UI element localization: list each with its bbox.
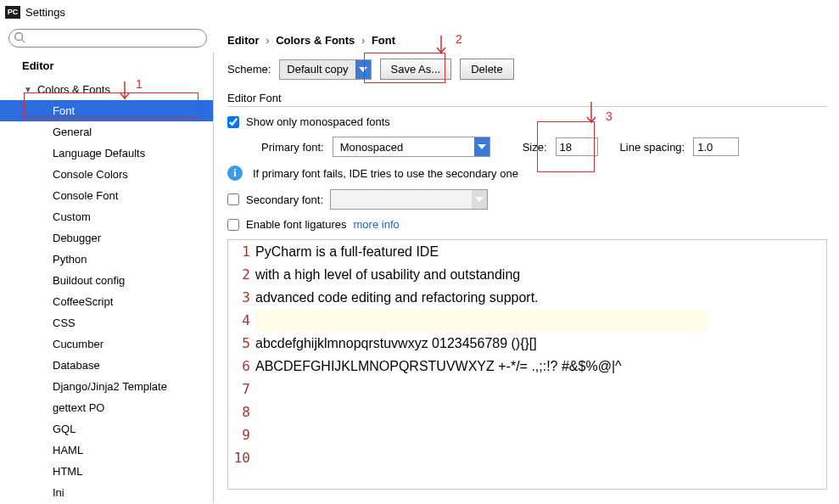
- tree-item[interactable]: Ini: [0, 482, 213, 503]
- dropdown-icon[interactable]: [355, 60, 371, 79]
- tree-item[interactable]: General: [0, 121, 213, 143]
- tree-item[interactable]: gettext PO: [0, 397, 213, 418]
- search-icon: [14, 31, 25, 43]
- font-preview[interactable]: 1PyCharm is a full-featured IDE2with a h…: [227, 239, 827, 490]
- scheme-select[interactable]: Default copy: [279, 59, 371, 80]
- svg-line-1: [22, 40, 25, 43]
- delete-button[interactable]: Delete: [460, 59, 514, 80]
- breadcrumb-font: Font: [372, 34, 395, 47]
- secondary-font-label: Secondary font:: [246, 193, 323, 206]
- primary-font-select[interactable]: Monospaced: [333, 137, 490, 157]
- code-line: 5abcdefghijklmnopqrstuvwxyz 0123456789 (…: [228, 332, 826, 355]
- code-line: 2with a high level of usability and outs…: [228, 263, 826, 286]
- settings-panel: Editor › Colors & Fonts › Font Scheme: D…: [215, 24, 839, 504]
- tree-item[interactable]: Language Defaults: [0, 143, 213, 164]
- search-input[interactable]: [8, 29, 207, 48]
- secondary-font-checkbox[interactable]: [227, 193, 239, 205]
- tree-item[interactable]: Python: [0, 249, 213, 270]
- chevron-right-icon: ›: [361, 34, 365, 47]
- tree-item[interactable]: Database: [0, 355, 213, 376]
- more-info-link[interactable]: more info: [354, 218, 400, 231]
- ligatures-checkbox[interactable]: [227, 219, 239, 231]
- code-text: ABCDEFGHIJKLMNOPQRSTUVWXYZ +-*/= .,;:!? …: [255, 355, 826, 378]
- tree-group-label: Colors & Fonts: [37, 83, 110, 96]
- titlebar: PC Settings: [0, 0, 839, 24]
- code-line: 3advanced code editing and refactoring s…: [228, 286, 826, 309]
- code-line: 6ABCDEFGHIJKLMNOPQRSTUVWXYZ +-*/= .,;:!?…: [228, 355, 826, 378]
- editor-font-section-label: Editor Font: [227, 92, 827, 104]
- line-spacing-input[interactable]: [693, 137, 739, 156]
- breadcrumb-colors-fonts[interactable]: Colors & Fonts: [276, 34, 355, 47]
- window-title: Settings: [25, 6, 65, 19]
- code-text: PyCharm is a full-featured IDE: [255, 240, 826, 263]
- ligatures-label: Enable font ligatures: [246, 218, 347, 231]
- scheme-label: Scheme:: [227, 63, 271, 76]
- svg-point-0: [15, 33, 23, 41]
- tree-item[interactable]: Console Colors: [0, 164, 213, 185]
- line-number: 10: [228, 446, 255, 469]
- code-text: with a high level of usability and outst…: [255, 263, 826, 286]
- code-line: 8: [228, 400, 826, 423]
- code-line: 7: [228, 378, 826, 400]
- tree-item[interactable]: HAML: [0, 440, 213, 461]
- tree-item[interactable]: Django/Jinja2 Template: [0, 376, 213, 397]
- line-number: 2: [228, 263, 255, 286]
- code-line: 1PyCharm is a full-featured IDE: [228, 240, 826, 263]
- code-text: [255, 309, 708, 332]
- primary-font-label: Primary font:: [261, 141, 324, 154]
- tree-item[interactable]: Font: [0, 100, 213, 121]
- code-line: 10: [228, 446, 826, 469]
- font-size-input[interactable]: [556, 137, 598, 156]
- search-box[interactable]: [8, 29, 207, 48]
- scheme-value: Default copy: [280, 63, 355, 76]
- code-text: [255, 423, 826, 446]
- chevron-right-icon: ›: [266, 34, 269, 47]
- code-text: [255, 400, 826, 423]
- show-only-monospaced-label: Show only monospaced fonts: [246, 115, 390, 128]
- tree-item[interactable]: CSS: [0, 312, 213, 333]
- breadcrumb-editor[interactable]: Editor: [227, 34, 260, 47]
- app-icon: PC: [5, 6, 20, 19]
- tree-item[interactable]: GQL: [0, 418, 213, 440]
- line-number: 6: [228, 355, 255, 378]
- tree-header-editor[interactable]: Editor: [0, 53, 213, 79]
- tree-item[interactable]: Custom: [0, 206, 213, 227]
- code-text: advanced code editing and refactoring su…: [255, 286, 826, 309]
- sidebar: Editor ▼ Colors & Fonts FontGeneralLangu…: [0, 53, 214, 503]
- code-text: abcdefghijklmnopqrstuvwxyz 0123456789 ()…: [255, 332, 826, 355]
- breadcrumb: Editor › Colors & Fonts › Font: [227, 34, 827, 47]
- size-label: Size:: [523, 141, 547, 154]
- code-line: 9: [228, 423, 826, 446]
- tree-item[interactable]: CoffeeScript: [0, 291, 213, 312]
- line-number: 8: [228, 400, 255, 423]
- code-text: [255, 378, 826, 400]
- info-icon: i: [227, 165, 243, 181]
- tree-item[interactable]: Cucumber: [0, 333, 213, 355]
- divider: [227, 106, 827, 107]
- secondary-font-select[interactable]: [330, 189, 488, 210]
- dropdown-icon[interactable]: [472, 190, 487, 209]
- chevron-down-icon: ▼: [24, 85, 32, 94]
- dropdown-icon[interactable]: [474, 137, 489, 156]
- line-number: 1: [228, 240, 255, 263]
- line-number: 4: [228, 309, 255, 332]
- code-line: 4: [228, 309, 826, 332]
- show-only-monospaced-checkbox[interactable]: [227, 116, 239, 128]
- code-text: [255, 446, 826, 469]
- line-number: 7: [228, 378, 255, 400]
- tree-item[interactable]: Debugger: [0, 227, 213, 249]
- tree-item[interactable]: HTML: [0, 461, 213, 482]
- line-number: 5: [228, 332, 255, 355]
- line-number: 9: [228, 423, 255, 446]
- line-spacing-label: Line spacing:: [620, 141, 685, 154]
- line-number: 3: [228, 286, 255, 309]
- tree-item[interactable]: Console Font: [0, 185, 213, 206]
- tree-group-colors-fonts[interactable]: ▼ Colors & Fonts: [0, 79, 213, 100]
- tree-item[interactable]: Buildout config: [0, 270, 213, 291]
- primary-font-value: Monospaced: [333, 141, 474, 154]
- fallback-info-text: If primary font fails, IDE tries to use …: [253, 167, 518, 180]
- save-as-button[interactable]: Save As...: [380, 59, 452, 80]
